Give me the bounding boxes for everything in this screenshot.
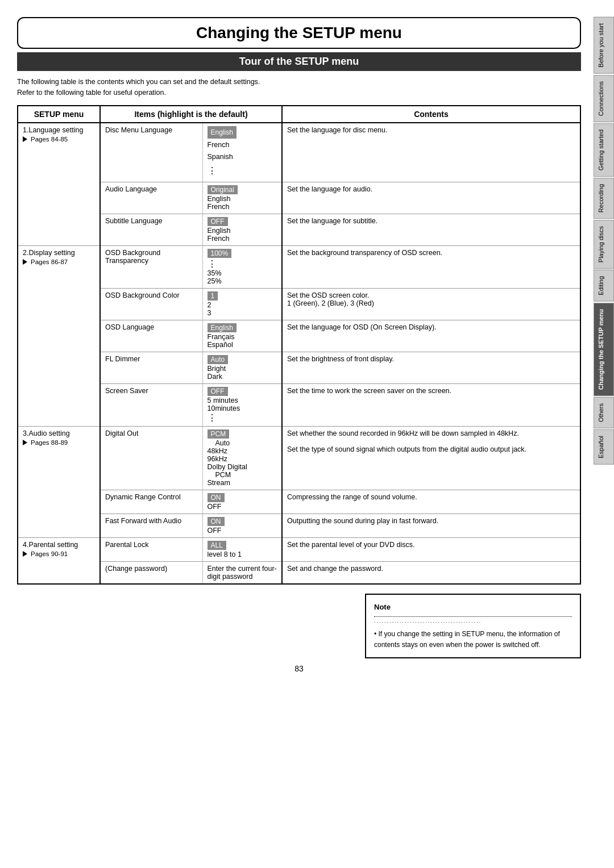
item-dynamic-range: Dynamic Range Control: [100, 490, 202, 514]
setup-name-2: 2.Display setting: [23, 249, 95, 257]
item-parental-lock: Parental Lock: [100, 537, 202, 561]
contents-change-password: Set and change the password.: [282, 561, 580, 584]
values-dynamic-range: ON OFF: [202, 490, 282, 514]
th-setup: SETUP menu: [18, 106, 100, 123]
setup-cell-display: 2.Display setting Pages 86-87: [18, 245, 100, 426]
table-row: 3.Audio setting Pages 88-89 Digital Out …: [18, 426, 580, 490]
values-screen-saver: OFF 5 minutes 10minutes ⋮: [202, 383, 282, 426]
highlight-english: English: [208, 126, 237, 139]
highlight-auto: Auto: [208, 355, 229, 364]
item-change-password: (Change password): [100, 561, 202, 584]
sidebar-tab-others[interactable]: Others: [594, 397, 614, 428]
setup-name-1: 1.Language setting: [23, 126, 95, 134]
sidebar-tab-connections[interactable]: Connections: [594, 75, 614, 122]
highlight-english-osd: English: [208, 323, 237, 332]
contents-osd-transparency: Set the background transparency of OSD s…: [282, 245, 580, 288]
arrow-icon: [23, 259, 27, 265]
table-row: Fast Forward with Audio ON OFF Outputtin…: [18, 514, 580, 537]
values-osd-lang: English Français Español: [202, 320, 282, 352]
item-disc-menu: Disc Menu Language: [100, 123, 202, 182]
right-sidebar: Before you start Connections Getting sta…: [592, 17, 614, 851]
intro-line-1: The following table is the contents whic…: [17, 77, 581, 87]
table-row: Dynamic Range Control ON OFF Compressing…: [18, 490, 580, 514]
setup-table: SETUP menu Items (highlight is the defau…: [17, 105, 581, 585]
item-osd-transparency: OSD Background Transparency: [100, 245, 202, 288]
item-fl-dimmer: FL Dimmer: [100, 352, 202, 383]
table-row: Subtitle Language OFF English French Set…: [18, 214, 580, 245]
setup-pages-3: Pages 88-89: [23, 439, 95, 446]
values-fl-dimmer: Auto Bright Dark: [202, 352, 282, 383]
setup-cell-language: 1.Language setting Pages 84-85: [18, 123, 100, 246]
setup-name-4: 4.Parental setting: [23, 541, 95, 549]
table-row: 4.Parental setting Pages 90-91 Parental …: [18, 537, 580, 561]
highlight-all: ALL: [208, 541, 226, 550]
contents-subtitle: Set the language for subtitle.: [282, 214, 580, 245]
contents-parental-lock: Set the parental level of your DVD discs…: [282, 537, 580, 561]
note-divider: ........................................…: [374, 616, 572, 625]
intro-text: The following table is the contents whic…: [17, 77, 581, 98]
contents-dynamic-range: Compressing the range of sound volume.: [282, 490, 580, 514]
table-row: 2.Display setting Pages 86-87 OSD Backgr…: [18, 245, 580, 288]
sidebar-tab-editing[interactable]: Editing: [594, 270, 614, 302]
values-disc-menu: English French Spanish ⋮: [202, 123, 282, 182]
sidebar-tab-playing[interactable]: Playing discs: [594, 220, 614, 269]
contents-audio-lang: Set the language for audio.: [282, 182, 580, 214]
item-subtitle: Subtitle Language: [100, 214, 202, 245]
sidebar-tab-recording[interactable]: Recording: [594, 178, 614, 219]
highlight-on-ff: ON: [208, 517, 225, 526]
sidebar-tab-setup[interactable]: Changing the SETUP menu: [594, 303, 614, 396]
table-row: Audio Language Original English French S…: [18, 182, 580, 214]
setup-pages-2: Pages 86-87: [23, 258, 95, 265]
contents-digital-out: Set whether the sound recorded in 96kHz …: [282, 426, 580, 490]
page-number: 83: [17, 664, 581, 673]
section-header: Tour of the SETUP menu: [17, 52, 581, 71]
table-row: (Change password) Enter the current four…: [18, 561, 580, 584]
contents-osd-color: Set the OSD screen color.1 (Green), 2 (B…: [282, 288, 580, 320]
values-osd-color: 1 2 3: [202, 288, 282, 320]
highlight-pcm: PCM: [208, 429, 230, 439]
values-parental-lock: ALL level 8 to 1: [202, 537, 282, 561]
note-box: Note ...................................…: [365, 594, 581, 659]
item-osd-color: OSD Background Color: [100, 288, 202, 320]
values-subtitle: OFF English French: [202, 214, 282, 245]
page-title-container: Changing the SETUP menu: [17, 17, 581, 49]
setup-cell-audio: 3.Audio setting Pages 88-89: [18, 426, 100, 537]
arrow-icon: [23, 136, 27, 142]
item-digital-out: Digital Out: [100, 426, 202, 490]
setup-pages-4: Pages 90-91: [23, 550, 95, 557]
item-fast-forward: Fast Forward with Audio: [100, 514, 202, 537]
arrow-icon: [23, 440, 27, 445]
highlight-on-dr: ON: [208, 493, 225, 502]
setup-cell-parental: 4.Parental setting Pages 90-91: [18, 537, 100, 584]
dolby-digital: Dolby Digital: [208, 463, 247, 471]
table-row: OSD Language English Français Español Se…: [18, 320, 580, 352]
contents-osd-lang: Set the language for OSD (On Screen Disp…: [282, 320, 580, 352]
setup-name-3: 3.Audio setting: [23, 429, 95, 437]
th-contents: Contents: [282, 106, 580, 123]
table-row: Screen Saver OFF 5 minutes 10minutes ⋮ S…: [18, 383, 580, 426]
values-fast-forward: ON OFF: [202, 514, 282, 537]
note-title: Note: [374, 602, 572, 614]
highlight-original: Original: [208, 185, 238, 194]
item-osd-lang: OSD Language: [100, 320, 202, 352]
contents-disc-menu: Set the language for disc menu.: [282, 123, 580, 182]
values-digital-out: PCM Auto48kHz96kHz Dolby Digital PCMStre…: [202, 426, 282, 490]
values-osd-transparency: 100% ⋮ 35% 25%: [202, 245, 282, 288]
highlight-100: 100%: [208, 249, 232, 258]
contents-fl-dimmer: Set the brightness of front display.: [282, 352, 580, 383]
setup-pages-1: Pages 84-85: [23, 136, 95, 143]
values-change-password: Enter the current four-digit password: [202, 561, 282, 584]
item-screen-saver: Screen Saver: [100, 383, 202, 426]
arrow-icon: [23, 551, 27, 557]
sidebar-tab-getting-started[interactable]: Getting started: [594, 123, 614, 177]
digital-sub: Auto48kHz96kHz: [208, 439, 230, 463]
highlight-1: 1: [208, 291, 218, 301]
table-row: FL Dimmer Auto Bright Dark Set the brigh…: [18, 352, 580, 383]
values-audio-lang: Original English French: [202, 182, 282, 214]
main-content: Changing the SETUP menu Tour of the SETU…: [17, 17, 592, 851]
sidebar-tab-espanol[interactable]: Español: [594, 429, 614, 465]
highlight-off-subtitle: OFF: [208, 217, 228, 226]
contents-fast-forward: Outputting the sound during play in fast…: [282, 514, 580, 537]
sidebar-tab-before[interactable]: Before you start: [594, 17, 614, 74]
highlight-off-saver: OFF: [208, 387, 228, 396]
